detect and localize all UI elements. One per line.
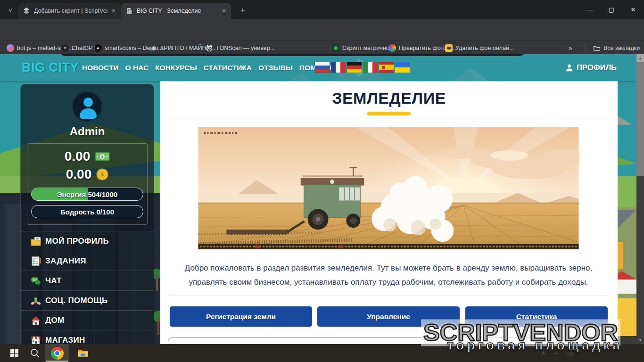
taskbar-explorer-button[interactable] <box>74 344 92 362</box>
coins-value: 0.00 <box>66 167 92 182</box>
watermark-subtitle-text: торговая площадка <box>447 338 623 353</box>
folder-icon <box>593 44 601 52</box>
nav-about[interactable]: О НАС <box>125 64 149 72</box>
scroll-up-arrow-icon[interactable]: ▲ <box>636 54 644 62</box>
tab-title: BIG CITY - Земледелие <box>137 8 218 14</box>
new-tab-button[interactable]: + <box>237 4 249 16</box>
sidebar-item-home[interactable]: ДОМ <box>21 311 154 330</box>
bookmark-matrix-script[interactable]: Скрипт матричног... <box>332 42 396 53</box>
bookmarks-bar: bot.js – melted-sma... ✳ ChatGPT ▲ smart… <box>0 41 644 54</box>
house-icon <box>31 315 41 326</box>
browser-toolbar: ← → ⟳ ⚠ Не защищено k6601599.beget.tech/… <box>0 19 644 41</box>
site-logo[interactable]: BIG CITY <box>22 60 79 75</box>
nav-statistics[interactable]: СТАТИСТИКА <box>204 64 252 72</box>
chatgpt-knot-icon: ✳ <box>61 44 69 52</box>
green-eye-icon <box>332 44 339 52</box>
farm-illustration <box>198 127 579 249</box>
scroll-down-arrow-icon[interactable]: ▼ <box>636 336 644 344</box>
layered-diamond-icon <box>23 7 30 15</box>
coin-icon: $ <box>96 168 108 181</box>
profile-button[interactable]: ПРОФИЛЬ <box>565 54 617 81</box>
sidebar-item-chat[interactable]: ЧАТ <box>21 271 154 291</box>
nav-contests[interactable]: КОНКУРСЫ <box>155 64 197 72</box>
gray-diamond-icon: ◆ <box>150 44 157 52</box>
language-flags <box>315 62 410 73</box>
page-title: ЗЕМЛЕДЕЛИЕ <box>160 89 618 107</box>
username: Admin <box>21 125 154 138</box>
gradient-circle-icon <box>7 44 14 52</box>
cash-value: 0.00 <box>65 149 91 164</box>
flag-ukraine[interactable] <box>395 62 410 73</box>
profile-card-icon <box>31 236 41 247</box>
vigor-label: Бодрость 0/100 <box>32 206 143 218</box>
bookmarks-overflow-chevron-icon[interactable]: » <box>569 42 572 53</box>
sidebar-menu: МОЙ ПРОФИЛЬ ЗАДАНИЯ <box>21 231 154 350</box>
farm-description: Добро пожаловать в раздел развития земле… <box>174 261 603 289</box>
energy-bar: Энергия 504/1000 <box>31 188 143 201</box>
start-button[interactable] <box>5 344 24 362</box>
sidebar-item-my-profile[interactable]: МОЙ ПРОФИЛЬ <box>21 231 154 251</box>
tab-close-icon[interactable]: ✕ <box>111 8 116 14</box>
tab-search-icon[interactable]: ∨ <box>5 4 16 16</box>
window-minimize-button[interactable]: — <box>579 0 601 19</box>
user-sidebar: Admin 0.00 $ 0.00 $ <box>20 84 154 344</box>
person-icon <box>565 64 573 72</box>
energy-label: Энергия 504/1000 <box>32 188 143 200</box>
flag-germany[interactable] <box>347 62 362 73</box>
title-underline <box>367 112 411 115</box>
flag-france[interactable] <box>331 62 346 73</box>
coins-balance-row: 0.00 $ <box>31 165 143 183</box>
flag-russia[interactable] <box>315 62 330 73</box>
tasks-doc-icon <box>31 256 41 266</box>
search-icon <box>30 348 40 358</box>
nav-news[interactable]: НОВОСТИ <box>82 64 119 72</box>
stats-box: 0.00 $ 0.00 $ Энергия 504/1000 <box>27 143 148 225</box>
site-nav: НОВОСТИ О НАС КОНКУРСЫ СТАТИСТИКА ОТЗЫВЫ… <box>82 54 335 81</box>
flag-italy[interactable] <box>363 62 378 73</box>
building-icon <box>125 7 133 15</box>
sidebar-item-tasks[interactable]: ЗАДАНИЯ <box>21 251 154 271</box>
nav-reviews[interactable]: ОТЗЫВЫ <box>258 64 293 72</box>
cat-face-icon <box>206 44 213 52</box>
browser-tab-bigcity[interactable]: BIG CITY - Земледелие ✕ <box>121 3 231 19</box>
cash-balance-row: 0.00 $ <box>31 148 143 165</box>
farm-intro-card: Добро пожаловать в раздел развития земле… <box>168 117 609 296</box>
window-maximize-button[interactable]: ▢ <box>601 0 622 19</box>
bookmark-chatgpt[interactable]: ✳ ChatGPT <box>61 42 96 53</box>
yellow-blob-icon <box>445 44 453 52</box>
svg-text:$: $ <box>101 172 104 177</box>
browser-tab-strip: ∨ Добавить скрипт | ScriptVendo ✕ BIG CI… <box>0 0 644 19</box>
taskbar-chrome-button[interactable] <box>45 344 69 362</box>
taskbar-search-button[interactable] <box>25 344 44 362</box>
file-explorer-icon <box>77 348 89 358</box>
bookmarks-separator <box>586 44 586 52</box>
all-bookmarks-button[interactable]: Все закладки <box>593 42 640 53</box>
bookmark-remove-bg[interactable]: Удалить фон онлай... <box>445 42 514 53</box>
vigor-bar: Бодрость 0/100 <box>31 205 143 218</box>
land-registration-button[interactable]: Регистрация земли <box>170 306 312 327</box>
site-header: BIG CITY НОВОСТИ О НАС КОНКУРСЫ СТАТИСТИ… <box>0 54 636 81</box>
rainbow-wheel-icon <box>388 44 396 52</box>
banknote-icon: $ <box>95 152 110 161</box>
flag-spain[interactable] <box>379 62 394 73</box>
page-scrollbar[interactable]: ▲ ▼ <box>636 54 644 344</box>
svg-text:$: $ <box>101 155 104 159</box>
windows-logo-icon <box>10 349 18 357</box>
tab-title: Добавить скрипт | ScriptVendo <box>34 8 107 14</box>
bookmark-tonscan[interactable]: TONScan — универ... <box>206 42 275 53</box>
window-close-button[interactable]: ✕ <box>622 0 644 19</box>
sidebar-item-social-help[interactable]: СОЦ. ПОМОЩЬ <box>21 291 154 311</box>
chrome-icon <box>51 347 64 360</box>
helping-hands-icon <box>31 296 41 306</box>
avatar <box>72 91 102 122</box>
tab-close-icon[interactable]: ✕ <box>222 8 226 14</box>
scrollbar-thumb[interactable] <box>636 62 644 176</box>
screen: ∨ Добавить скрипт | ScriptVendo ✕ BIG CI… <box>0 0 644 362</box>
chat-bubbles-icon <box>31 276 41 286</box>
browser-tab-scriptvendor[interactable]: Добавить скрипт | ScriptVendo ✕ <box>18 3 121 19</box>
vercel-triangle-icon: ▲ <box>94 44 102 52</box>
